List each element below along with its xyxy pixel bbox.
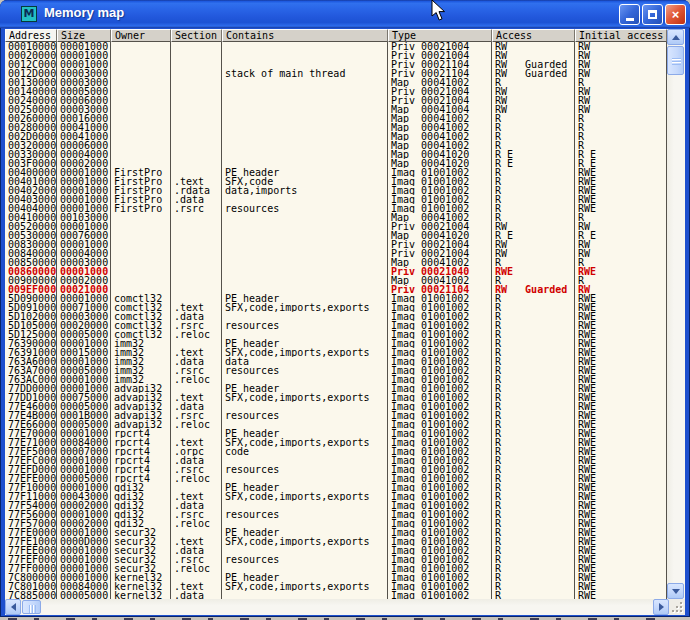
cell-type: Imag 01001002 [388, 519, 492, 528]
table-row[interactable]: 0001000000001000Priv 00021004RWRW [5, 42, 667, 51]
scroll-down-button[interactable] [667, 583, 684, 599]
table-row[interactable]: 77E4B0000001B000advapi32.rsrcresourcesIm… [5, 411, 667, 420]
cell-type: Map 00041002 [388, 114, 492, 123]
vertical-scrollbar[interactable] [667, 29, 684, 599]
minimize-button[interactable] [619, 4, 640, 25]
table-row[interactable]: 77FEE00000001000secur32.dataImag 0100100… [5, 546, 667, 555]
table-row[interactable]: 77E7000000001000rpcrt4PE headerImag 0100… [5, 429, 667, 438]
table-row[interactable]: 0086000000001000Priv 00021040RWERWE [5, 267, 667, 276]
table-row[interactable]: 003F000000002000Map 00041020R ER E [5, 159, 667, 168]
table-row[interactable]: 77FE000000001000secur32PE headerImag 010… [5, 528, 667, 537]
table-row[interactable]: 77FE10000000D000secur32.textSFX,code,imp… [5, 537, 667, 546]
scroll-up-button[interactable] [667, 29, 684, 45]
table-row[interactable]: 77F5600000001000gdi32.rsrcresourcesImag … [5, 510, 667, 519]
table-row[interactable]: 0041000000103000Map 00041002RR [5, 213, 667, 222]
table-row[interactable]: 77EF500000007000rpcrt4.orpccodeImag 0100… [5, 447, 667, 456]
table-row[interactable]: 0084000000004000Priv 00021004RWRW [5, 249, 667, 258]
table-row[interactable]: 009EF00000021000Priv 00021104RW GuardedR… [5, 285, 667, 294]
table-row[interactable]: 5D09000000001000comctl32PE headerImag 01… [5, 294, 667, 303]
table-row[interactable]: 763AC00000001000imm32.relocImag 01001002… [5, 375, 667, 384]
cell-type: Imag 01001002 [388, 591, 492, 599]
table-row[interactable]: 5D12500000005000comctl32.relocImag 01001… [5, 330, 667, 339]
column-header-address[interactable]: Address [5, 29, 57, 42]
table-row[interactable]: 77E6600000005000advapi32.relocImag 01001… [5, 420, 667, 429]
table-row[interactable]: 0083000000001000Priv 00021004RWRW [5, 240, 667, 249]
cell-section: .rsrc [171, 465, 222, 474]
table-row[interactable]: 77E7100000084000rpcrt4.textSFX,code,impo… [5, 438, 667, 447]
table-row[interactable]: 5D09100000071000comctl32.textSFX,code,im… [5, 303, 667, 312]
table-row[interactable]: 77F1000000001000gdi32PE headerImag 01001… [5, 483, 667, 492]
cell-access: R [492, 384, 575, 393]
resize-grip[interactable] [669, 599, 685, 615]
table-row[interactable]: 0012C00000001000Priv 00021104RW GuardedR… [5, 60, 667, 69]
table-row[interactable]: 7639100000015000imm32.textSFX,code,impor… [5, 348, 667, 357]
table-row[interactable]: 0014000000005000Priv 00021004RWRW [5, 87, 667, 96]
table-row[interactable]: 77DD000000001000advapi32PE headerImag 01… [5, 384, 667, 393]
vertical-scroll-thumb[interactable] [667, 46, 684, 75]
table-row[interactable]: 7C80100000084000kernel32.textSFX,code,im… [5, 582, 667, 591]
table-row[interactable]: 0040100000001000FirstPro.textSFX,codeIma… [5, 177, 667, 186]
table-row[interactable]: 5D10500000020000comctl32.rsrcresourcesIm… [5, 321, 667, 330]
cell-address: 00320000 [5, 141, 57, 150]
table-body[interactable]: 0001000000001000Priv 00021004RWRW0002000… [5, 42, 667, 599]
table-row[interactable]: 0040300000001000FirstPro.dataImag 010010… [5, 195, 667, 204]
table-row[interactable]: 7C88500000005000kernel32.dataImag 010010… [5, 591, 667, 599]
table-row[interactable]: 0028000000041000Map 00041002RR [5, 123, 667, 132]
table-row[interactable]: 0090000000002000Map 00041002RR [5, 276, 667, 285]
horizontal-scroll-thumb[interactable] [22, 600, 41, 614]
table-row[interactable]: 0025000000003000Map 00041004RWRW [5, 105, 667, 114]
column-header-initial-access[interactable]: Initial access [575, 29, 667, 42]
table-row[interactable]: 0026000000016000Map 00041002RR [5, 114, 667, 123]
table-row[interactable]: 0024000000006000Priv 00021004RWRW [5, 96, 667, 105]
table-row[interactable]: 77F5700000002000gdi32.relocImag 01001002… [5, 519, 667, 528]
cell-access: R [492, 564, 575, 573]
table-row[interactable]: 77EFE00000005000rpcrt4.relocImag 0100100… [5, 474, 667, 483]
table-row[interactable]: 0085000000003000Map 00041002RR [5, 258, 667, 267]
cell-contains [222, 330, 388, 339]
cell-access: R [492, 132, 575, 141]
cell-size: 00007000 [57, 447, 111, 456]
cell-type: Priv 00021004 [388, 240, 492, 249]
table-row[interactable]: 0052000000001000Priv 00021004RWRW [5, 222, 667, 231]
cell-access: R [492, 429, 575, 438]
table-row[interactable]: 0013000000003000Map 00041002RR [5, 78, 667, 87]
table-row[interactable]: 0012D00000003000stack of main threadPriv… [5, 69, 667, 78]
table-row[interactable]: 0033000000004000Map 00041020R ER E [5, 150, 667, 159]
horizontal-scrollbar[interactable] [5, 599, 685, 615]
table-row[interactable]: 5D10200000003000comctl32.dataImag 010010… [5, 312, 667, 321]
table-row[interactable]: 77FEF00000001000secur32.rsrcresourcesIma… [5, 555, 667, 564]
table-row[interactable]: 7639000000001000imm32PE headerImag 01001… [5, 339, 667, 348]
table-row[interactable]: 77F5400000002000gdi32.dataImag 01001002R… [5, 501, 667, 510]
table-row[interactable]: 002D000000041000Map 00041002RR [5, 132, 667, 141]
table-row[interactable]: 7C80000000001000kernel32PE headerImag 01… [5, 573, 667, 582]
table-row[interactable]: 77DD100000075000advapi32.textSFX,code,im… [5, 393, 667, 402]
table-row[interactable]: 763A600000001000imm32.datadataImag 01001… [5, 357, 667, 366]
table-row[interactable]: 0032000000006000Map 00041002RR [5, 141, 667, 150]
table-row[interactable]: 0040400000001000FirstPro.rsrcresourcesIm… [5, 204, 667, 213]
cell-type: Priv 00021040 [388, 267, 492, 276]
scroll-right-button[interactable] [653, 599, 669, 615]
column-header-section[interactable]: Section [171, 29, 222, 42]
title-bar[interactable]: M Memory map × [0, 0, 690, 28]
cell-owner: imm32 [111, 357, 171, 366]
table-row[interactable]: 0040000000001000FirstProPE headerImag 01… [5, 168, 667, 177]
table-row[interactable]: 77EFD00000001000rpcrt4.rsrcresourcesImag… [5, 465, 667, 474]
close-button[interactable]: × [665, 4, 686, 25]
table-row[interactable]: 77F1100000043000gdi32.textSFX,code,impor… [5, 492, 667, 501]
maximize-button[interactable] [642, 4, 663, 25]
cell-size: 00001000 [57, 510, 111, 519]
column-header-contains[interactable]: Contains [222, 29, 388, 42]
column-header-type[interactable]: Type [388, 29, 492, 42]
table-row[interactable]: 77EFC00000001000rpcrt4.dataImag 01001002… [5, 456, 667, 465]
column-header-access[interactable]: Access [492, 29, 575, 42]
column-header-size[interactable]: Size [57, 29, 111, 42]
table-row[interactable]: 77E4600000005000advapi32.dataImag 010010… [5, 402, 667, 411]
table-row[interactable]: 763A700000005000imm32.rsrcresourcesImag … [5, 366, 667, 375]
column-header-owner[interactable]: Owner [111, 29, 171, 42]
table-row[interactable]: 0040200000001000FirstPro.rdatadata,impor… [5, 186, 667, 195]
table-row[interactable]: 77FF000000001000secur32.relocImag 010010… [5, 564, 667, 573]
table-row[interactable]: 0053000000076000Map 00041020R ER E [5, 231, 667, 240]
scroll-left-button[interactable] [5, 599, 21, 615]
table-row[interactable]: 0002000000001000Priv 00021004RWRW [5, 51, 667, 60]
cell-initial-access: RWE [575, 366, 667, 375]
